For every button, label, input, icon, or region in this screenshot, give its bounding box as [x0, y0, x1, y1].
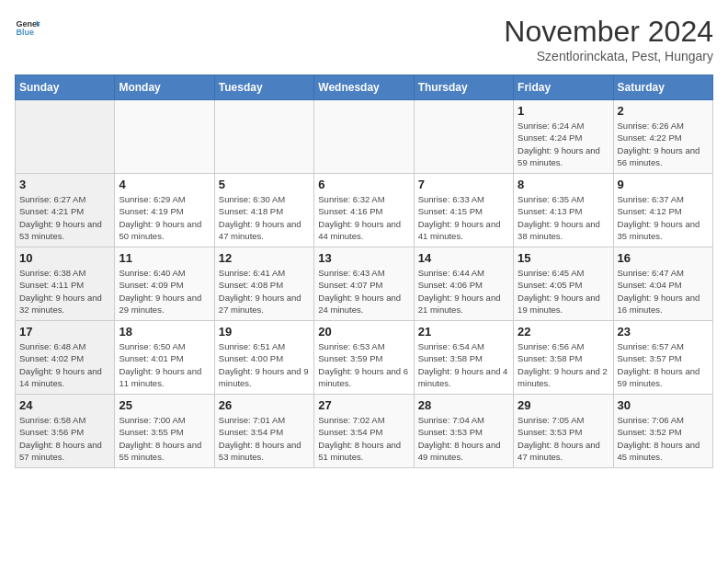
location: Szentlorinckata, Pest, Hungary: [504, 49, 713, 63]
day-number: 18: [119, 325, 210, 339]
calendar-cell: 10Sunrise: 6:38 AM Sunset: 4:11 PM Dayli…: [16, 247, 115, 321]
calendar-week-row: 1Sunrise: 6:24 AM Sunset: 4:24 PM Daylig…: [16, 100, 713, 174]
calendar-cell: 4Sunrise: 6:29 AM Sunset: 4:19 PM Daylig…: [115, 174, 214, 247]
calendar-week-row: 24Sunrise: 6:58 AM Sunset: 3:56 PM Dayli…: [16, 395, 713, 468]
day-number: 2: [618, 104, 709, 118]
title-area: November 2024 Szentlorinckata, Pest, Hun…: [504, 15, 713, 63]
day-info: Sunrise: 6:45 AM Sunset: 4:05 PM Dayligh…: [518, 267, 609, 316]
day-info: Sunrise: 6:37 AM Sunset: 4:12 PM Dayligh…: [618, 193, 709, 242]
day-info: Sunrise: 6:43 AM Sunset: 4:07 PM Dayligh…: [318, 267, 409, 316]
calendar-cell: 29Sunrise: 7:05 AM Sunset: 3:53 PM Dayli…: [514, 395, 613, 468]
calendar-cell: 11Sunrise: 6:40 AM Sunset: 4:09 PM Dayli…: [115, 247, 214, 321]
month-title: November 2024: [504, 15, 713, 49]
day-number: 9: [618, 178, 709, 191]
day-info: Sunrise: 7:04 AM Sunset: 3:53 PM Dayligh…: [418, 414, 509, 463]
day-number: 27: [318, 398, 409, 412]
calendar-cell: [414, 100, 513, 174]
day-info: Sunrise: 6:24 AM Sunset: 4:24 PM Dayligh…: [518, 120, 609, 168]
day-info: Sunrise: 6:56 AM Sunset: 3:58 PM Dayligh…: [518, 340, 609, 389]
calendar-week-row: 3Sunrise: 6:27 AM Sunset: 4:21 PM Daylig…: [16, 174, 713, 247]
calendar-cell: 19Sunrise: 6:51 AM Sunset: 4:00 PM Dayli…: [214, 321, 313, 395]
calendar-cell: 8Sunrise: 6:35 AM Sunset: 4:13 PM Daylig…: [514, 174, 613, 247]
day-info: Sunrise: 6:53 AM Sunset: 3:59 PM Dayligh…: [318, 340, 409, 389]
svg-text:Blue: Blue: [16, 28, 34, 37]
day-number: 25: [119, 398, 210, 412]
day-info: Sunrise: 6:40 AM Sunset: 4:09 PM Dayligh…: [119, 267, 210, 316]
calendar-cell: 24Sunrise: 6:58 AM Sunset: 3:56 PM Dayli…: [16, 395, 115, 468]
day-info: Sunrise: 6:30 AM Sunset: 4:18 PM Dayligh…: [219, 193, 310, 242]
day-number: 16: [618, 251, 709, 265]
calendar-cell: 16Sunrise: 6:47 AM Sunset: 4:04 PM Dayli…: [613, 247, 712, 321]
day-info: Sunrise: 6:32 AM Sunset: 4:16 PM Dayligh…: [318, 193, 409, 242]
day-info: Sunrise: 7:00 AM Sunset: 3:55 PM Dayligh…: [119, 414, 210, 463]
calendar-cell: 12Sunrise: 6:41 AM Sunset: 4:08 PM Dayli…: [214, 247, 313, 321]
day-number: 5: [219, 178, 310, 191]
day-number: 26: [219, 398, 310, 412]
day-info: Sunrise: 6:50 AM Sunset: 4:01 PM Dayligh…: [119, 340, 210, 389]
calendar-cell: [214, 100, 313, 174]
day-info: Sunrise: 6:29 AM Sunset: 4:19 PM Dayligh…: [119, 193, 210, 242]
day-number: 17: [19, 325, 110, 339]
calendar-cell: 20Sunrise: 6:53 AM Sunset: 3:59 PM Dayli…: [314, 321, 414, 395]
calendar-cell: 14Sunrise: 6:44 AM Sunset: 4:06 PM Dayli…: [414, 247, 513, 321]
day-number: 13: [318, 251, 409, 265]
logo-icon: General Blue: [15, 15, 40, 40]
day-info: Sunrise: 6:27 AM Sunset: 4:21 PM Dayligh…: [19, 193, 110, 242]
calendar-cell: 13Sunrise: 6:43 AM Sunset: 4:07 PM Dayli…: [314, 247, 414, 321]
day-info: Sunrise: 7:01 AM Sunset: 3:54 PM Dayligh…: [219, 414, 310, 463]
day-info: Sunrise: 6:38 AM Sunset: 4:11 PM Dayligh…: [19, 267, 110, 316]
calendar-header: SundayMondayTuesdayWednesdayThursdayFrid…: [16, 75, 713, 100]
calendar-cell: 6Sunrise: 6:32 AM Sunset: 4:16 PM Daylig…: [314, 174, 414, 247]
day-info: Sunrise: 6:47 AM Sunset: 4:04 PM Dayligh…: [618, 267, 709, 316]
day-number: 21: [418, 325, 509, 339]
day-number: 6: [318, 178, 409, 191]
day-info: Sunrise: 6:35 AM Sunset: 4:13 PM Dayligh…: [518, 193, 609, 242]
calendar-cell: 25Sunrise: 7:00 AM Sunset: 3:55 PM Dayli…: [115, 395, 214, 468]
day-info: Sunrise: 6:41 AM Sunset: 4:08 PM Dayligh…: [219, 267, 310, 316]
day-number: 7: [418, 178, 509, 191]
calendar-cell: 18Sunrise: 6:50 AM Sunset: 4:01 PM Dayli…: [115, 321, 214, 395]
calendar-cell: 7Sunrise: 6:33 AM Sunset: 4:15 PM Daylig…: [414, 174, 513, 247]
day-info: Sunrise: 7:06 AM Sunset: 3:52 PM Dayligh…: [618, 414, 709, 463]
day-number: 11: [119, 251, 210, 265]
day-of-week-header: Friday: [514, 75, 613, 100]
calendar-cell: 15Sunrise: 6:45 AM Sunset: 4:05 PM Dayli…: [514, 247, 613, 321]
calendar-body: 1Sunrise: 6:24 AM Sunset: 4:24 PM Daylig…: [16, 100, 713, 468]
calendar-cell: 22Sunrise: 6:56 AM Sunset: 3:58 PM Dayli…: [514, 321, 613, 395]
calendar-table: SundayMondayTuesdayWednesdayThursdayFrid…: [15, 75, 713, 468]
calendar-cell: 23Sunrise: 6:57 AM Sunset: 3:57 PM Dayli…: [613, 321, 712, 395]
day-info: Sunrise: 6:26 AM Sunset: 4:22 PM Dayligh…: [618, 120, 709, 168]
day-info: Sunrise: 6:57 AM Sunset: 3:57 PM Dayligh…: [618, 340, 709, 389]
calendar-cell: 2Sunrise: 6:26 AM Sunset: 4:22 PM Daylig…: [613, 100, 712, 174]
day-of-week-header: Wednesday: [314, 75, 414, 100]
day-number: 22: [518, 325, 609, 339]
calendar-cell: 28Sunrise: 7:04 AM Sunset: 3:53 PM Dayli…: [414, 395, 513, 468]
calendar-cell: 3Sunrise: 6:27 AM Sunset: 4:21 PM Daylig…: [16, 174, 115, 247]
calendar-cell: [115, 100, 214, 174]
calendar-cell: [16, 100, 115, 174]
calendar-cell: [314, 100, 414, 174]
day-info: Sunrise: 6:58 AM Sunset: 3:56 PM Dayligh…: [19, 414, 110, 463]
day-info: Sunrise: 7:05 AM Sunset: 3:53 PM Dayligh…: [518, 414, 609, 463]
day-of-week-header: Thursday: [414, 75, 513, 100]
day-number: 19: [219, 325, 310, 339]
day-number: 1: [518, 104, 609, 118]
day-number: 10: [19, 251, 110, 265]
page-header: General Blue November 2024 Szentlorincka…: [15, 15, 713, 63]
logo: General Blue: [15, 15, 40, 40]
day-number: 15: [518, 251, 609, 265]
day-info: Sunrise: 6:51 AM Sunset: 4:00 PM Dayligh…: [219, 340, 310, 389]
day-of-week-header: Sunday: [16, 75, 115, 100]
day-number: 12: [219, 251, 310, 265]
day-info: Sunrise: 6:44 AM Sunset: 4:06 PM Dayligh…: [418, 267, 509, 316]
calendar-cell: 9Sunrise: 6:37 AM Sunset: 4:12 PM Daylig…: [613, 174, 712, 247]
day-number: 3: [19, 178, 110, 191]
header-row: SundayMondayTuesdayWednesdayThursdayFrid…: [16, 75, 713, 100]
calendar-week-row: 17Sunrise: 6:48 AM Sunset: 4:02 PM Dayli…: [16, 321, 713, 395]
day-info: Sunrise: 6:48 AM Sunset: 4:02 PM Dayligh…: [19, 340, 110, 389]
day-info: Sunrise: 7:02 AM Sunset: 3:54 PM Dayligh…: [318, 414, 409, 463]
day-number: 24: [19, 398, 110, 412]
day-number: 23: [618, 325, 709, 339]
day-of-week-header: Monday: [115, 75, 214, 100]
day-number: 30: [618, 398, 709, 412]
